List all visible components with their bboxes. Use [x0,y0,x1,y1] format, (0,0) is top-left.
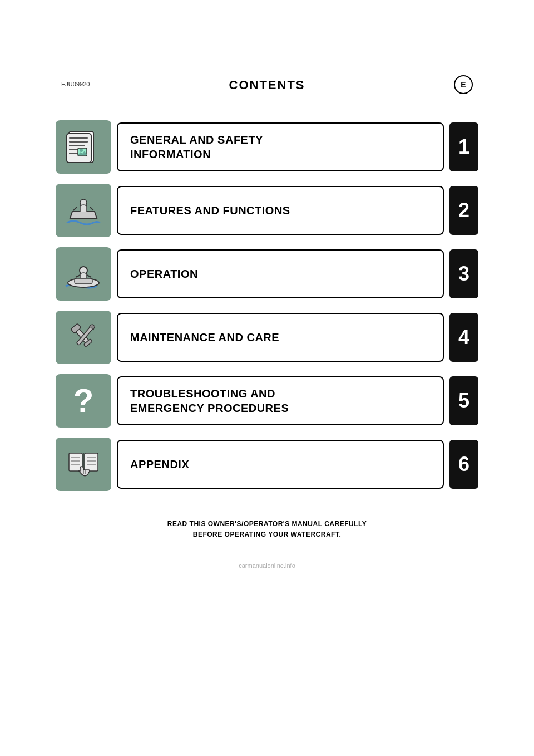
header-area: EJU09920 CONTENTS E [0,0,534,104]
toc-number-3: 3 [458,262,469,286]
svg-line-15 [76,275,80,277]
svg-line-10 [73,207,77,210]
svg-line-11 [90,207,93,210]
toc-number-2: 2 [458,199,469,222]
icon-box-4 [56,311,111,364]
number-box-5: 5 [449,376,478,425]
label-box-6[interactable]: APPENDIX [117,440,444,489]
toc-row-4[interactable]: MAINTENANCE AND CARE 4 [56,311,478,364]
toc-number-6: 6 [458,453,469,476]
label-box-1[interactable]: GENERAL AND SAFETYINFORMATION [117,122,444,171]
toc-number-4: 4 [458,326,469,349]
rider-icon [63,254,103,294]
toc-number-5: 5 [458,389,469,413]
manual-icon [63,127,103,167]
toc-label-2: FEATURES AND FUNCTIONS [130,203,290,218]
watercraft-icon [63,190,103,230]
toc-row-2[interactable]: FEATURES AND FUNCTIONS 2 [56,184,478,237]
svg-text:?: ? [73,382,94,419]
toc-row-1[interactable]: GENERAL AND SAFETYINFORMATION 1 [56,120,478,174]
watermark: carmanualonline.info [0,562,534,569]
icon-box-1 [56,120,111,174]
toc-label-5: TROUBLESHOOTING ANDEMERGENCY PROCEDURES [130,386,289,415]
icon-box-2 [56,184,111,237]
toc-label-3: OPERATION [130,267,198,281]
page: EJU09920 CONTENTS E [0,0,534,756]
toc-label-1: GENERAL AND SAFETYINFORMATION [130,132,263,161]
svg-rect-4 [69,145,85,146]
footer-text: READ THIS OWNER'S/OPERATOR'S MANUAL CARE… [0,519,534,540]
svg-rect-3 [69,141,88,143]
toc-row-6[interactable]: APPENDIX 6 [56,438,478,491]
icon-box-5: ? [56,374,111,428]
number-box-4: 4 [449,313,478,362]
label-box-4[interactable]: MAINTENANCE AND CARE [117,313,444,362]
label-box-3[interactable]: OPERATION [117,249,444,298]
svg-rect-2 [69,137,88,139]
toc-label-4: MAINTENANCE AND CARE [130,330,279,345]
doc-code: EJU09920 [61,81,90,87]
booklet-icon [63,444,103,484]
svg-point-8 [80,149,83,152]
toc-row-5[interactable]: ? TROUBLESHOOTING ANDEMERGENCY PROCEDURE… [56,374,478,428]
toc-number-1: 1 [458,135,469,159]
icon-box-3 [56,247,111,301]
question-icon: ? [63,381,103,421]
contents-area: GENERAL AND SAFETYINFORMATION 1 [0,104,534,508]
lang-badge: E [454,75,473,94]
svg-rect-24 [85,453,98,471]
toc-label-6: APPENDIX [130,457,189,472]
icon-box-6 [56,438,111,491]
svg-line-16 [87,275,91,277]
number-box-2: 2 [449,186,478,235]
number-box-6: 6 [449,440,478,489]
svg-rect-13 [75,278,92,284]
page-title: CONTENTS [229,78,305,92]
tools-icon [63,317,103,357]
toc-row-3[interactable]: OPERATION 3 [56,247,478,301]
number-box-3: 3 [449,249,478,298]
label-box-2[interactable]: FEATURES AND FUNCTIONS [117,186,444,235]
number-box-1: 1 [449,122,478,171]
label-box-5[interactable]: TROUBLESHOOTING ANDEMERGENCY PROCEDURES [117,376,444,425]
